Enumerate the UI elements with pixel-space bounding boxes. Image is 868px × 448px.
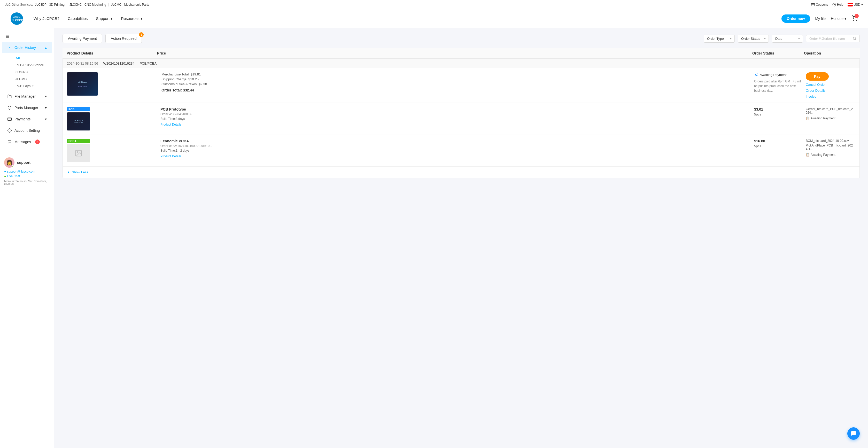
svg-point-18 (9, 130, 10, 131)
placeholder-image-icon (75, 149, 83, 157)
svg-line-20 (855, 39, 856, 40)
product-file-1: Gerber_nfc-card_PCB_nfc-card_2024... (806, 107, 853, 115)
sidebar-item-payments[interactable]: Payments ▾ (2, 114, 52, 124)
table-header: Product Details Price Order Status Opera… (63, 48, 860, 59)
svg-point-7 (854, 20, 854, 21)
tab-action-required[interactable]: Action Required 1 (105, 34, 142, 43)
action-required-badge: 1 (139, 32, 144, 37)
nav-support[interactable]: Support ▾ (96, 16, 113, 21)
service-cnc[interactable]: JLCCNC - CNC Machining (69, 3, 106, 6)
product-build-time-2: Build Time:1 - 2 days (160, 149, 749, 152)
tab-awaiting-payment[interactable]: Awaiting Payment (63, 34, 102, 43)
service-3dp[interactable]: JLC3DP - 3D Printing (35, 3, 65, 6)
message-icon (7, 140, 12, 144)
order-status-select[interactable]: Order Status (738, 35, 769, 42)
product-qty-2: 5pcs (754, 144, 802, 148)
search-icon (853, 37, 857, 40)
live-chat-link[interactable]: ● Live Chat (4, 174, 50, 178)
order-type-filter[interactable]: Order Type (704, 35, 735, 42)
order-type-select[interactable]: Order Type (704, 35, 735, 42)
nav-resources[interactable]: Resources ▾ (121, 16, 143, 21)
product-details-link-1[interactable]: Product Details (160, 123, 181, 126)
date-select[interactable]: Date (772, 35, 803, 42)
product-row-1: PCB Lé Hönque ETHER CLASS PCB Proto (63, 103, 860, 135)
product-price-1: $3.01 (754, 107, 802, 111)
box-icon (7, 106, 12, 110)
product-info-2: Economic PCBA Order #: SMT024103160991-8… (157, 139, 752, 158)
order-status-filter[interactable]: Order Status (738, 35, 769, 42)
nav-why-jlcpcb[interactable]: Why JLCPCB? (34, 16, 59, 21)
chevron-file-manager-icon: ▾ (45, 94, 47, 98)
product-details-link-2[interactable]: Product Details (160, 154, 181, 158)
chevron-down-icon: ▾ (861, 3, 863, 6)
product-file-pnp-2: PickAndPlace_PCB_nfc-card_2024-1... (806, 144, 853, 151)
my-file-link[interactable]: My file (815, 17, 826, 21)
col-operation: Operation (804, 51, 856, 55)
sidebar-sub-all[interactable]: All (12, 55, 54, 61)
order-date: 2024-10-31 08:16:56 (67, 61, 98, 65)
product-thumbnail-2 (67, 144, 90, 162)
help-button[interactable]: Help (832, 3, 843, 6)
logo[interactable]: J@LC JLCPCB (10, 12, 23, 25)
header: J@LC JLCPCB Why JLCPCB? Capabilities Sup… (0, 9, 868, 28)
order-details-button[interactable]: Order Details (806, 89, 826, 92)
cancel-order-button[interactable]: Cancel Order (806, 83, 826, 87)
support-name: support (17, 160, 30, 165)
status-note: Orders paid after 6pm GMT +8 will be put… (754, 79, 802, 93)
search-box[interactable] (806, 35, 860, 42)
top-bar-services: JLC Other Services: JLC3DP - 3D Printing… (5, 3, 149, 6)
sidebar-item-file-manager[interactable]: File Manager ▾ (2, 91, 52, 102)
order-status-badge: 🖨 Awaiting Payment (754, 72, 802, 77)
main-nav: Why JLCPCB? Capabilities Support ▾ Resou… (34, 16, 143, 21)
coupons-button[interactable]: Coupons (811, 3, 828, 6)
messages-badge: 3 (35, 140, 40, 144)
currency-selector[interactable]: USD ▾ (847, 3, 863, 6)
product-price-col-1: $3.01 5pcs (752, 107, 804, 116)
sidebar-item-messages[interactable]: Messages 3 (2, 137, 52, 147)
product-row-2: PCBA Economic PCBA Order #: SMT024103160… (63, 135, 860, 167)
pay-button[interactable]: Pay (806, 72, 829, 81)
chat-button[interactable] (847, 427, 860, 440)
product-thumb-col-1: PCB Lé Hönque ETHER CLASS (67, 107, 157, 130)
invoice-button[interactable]: Invoice (806, 95, 816, 98)
svg-point-19 (853, 37, 856, 39)
order-thumbnail: Lé Hönque ────────── ETHER CLASS (67, 72, 98, 96)
sidebar-item-parts-manager[interactable]: Parts Manager ▾ (2, 102, 52, 113)
sidebar-sub-jlcmc[interactable]: JLCMC (12, 76, 54, 82)
col-price: Price (157, 51, 752, 55)
online-indicator (12, 165, 14, 168)
tab-bar: Awaiting Payment Action Required 1 Order… (63, 34, 860, 43)
search-input[interactable] (809, 37, 851, 40)
support-email-link[interactable]: ● support@jlcpcb.com (4, 170, 50, 173)
product-files-col-2: BOM_nfc-card_2024-10-09.csv PickAndPlace… (804, 139, 855, 156)
user-menu[interactable]: Honque ▾ (831, 17, 846, 21)
nav-capabilities[interactable]: Capabilities (68, 16, 88, 21)
order-number: W202410312016234 (103, 61, 134, 65)
product-info-1: PCB Prototype Order #: Y2-8451083A Build… (157, 107, 752, 126)
product-status-icon-2: 📋 (806, 153, 810, 156)
top-bar: JLC Other Services: JLC3DP - 3D Printing… (0, 0, 868, 9)
sidebar-label-file-manager: File Manager (14, 94, 36, 98)
sidebar-sub-pcblayout[interactable]: PCB Layout (12, 82, 54, 89)
service-mc[interactable]: JLCMC - Mechatronic Parts (111, 3, 149, 6)
sidebar-label-order-history: Order History (14, 46, 36, 50)
cart-button[interactable]: 0 (851, 15, 858, 22)
date-filter[interactable]: Date (772, 35, 803, 42)
services-label: JLC Other Services: (5, 3, 33, 6)
sidebar-sub-3dcnc[interactable]: 3D/CNC (12, 68, 54, 76)
coupon-icon (811, 3, 815, 6)
top-bar-right: Coupons Help USD ▾ (811, 3, 863, 6)
chevron-up-icon: ▲ (67, 170, 70, 174)
order-type-label: PCB/PCBA (140, 61, 157, 65)
order-now-button[interactable]: Order now (781, 14, 810, 23)
product-order-num-2: Order #: SMT024103160991-84510... (160, 144, 749, 148)
product-thumb-col-2: PCBA (67, 139, 157, 162)
pcb-preview: Lé Hönque ────────── ETHER CLASS (67, 72, 98, 96)
hamburger-icon[interactable] (0, 32, 54, 41)
main-content: Awaiting Payment Action Required 1 Order… (54, 28, 868, 448)
sidebar-sub-pcb[interactable]: PCB/PCBA/Stencil (12, 61, 54, 68)
product-price-2: $16.80 (754, 139, 802, 143)
show-less-button[interactable]: ▲ Show Less (63, 167, 860, 178)
sidebar-item-account-setting[interactable]: Account Setting (2, 125, 52, 136)
sidebar-item-order-history[interactable]: Order History ▴ (2, 42, 52, 53)
